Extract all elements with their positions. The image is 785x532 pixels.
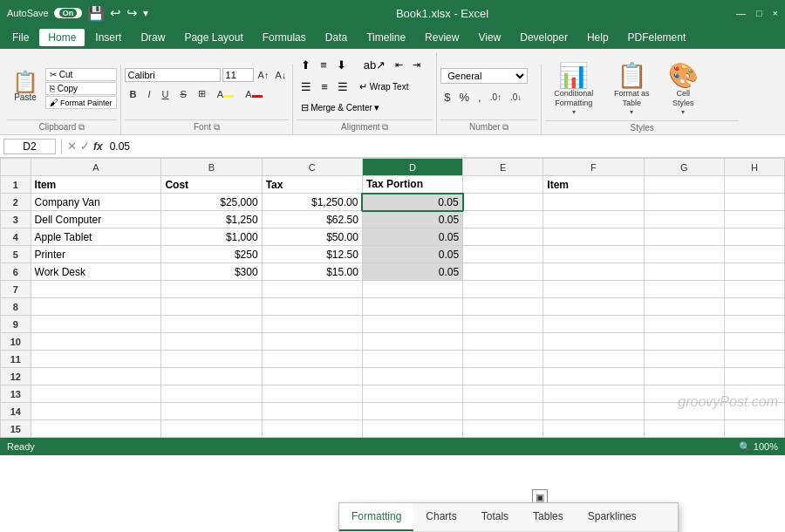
- menu-view[interactable]: View: [469, 29, 509, 46]
- cell-r9c8[interactable]: [724, 316, 784, 333]
- underline-button[interactable]: U: [157, 85, 174, 102]
- cell-r7c2[interactable]: [161, 281, 262, 298]
- col-header-E[interactable]: E: [463, 159, 543, 176]
- cell-r3c6[interactable]: [543, 211, 644, 228]
- cell-r10c4[interactable]: [362, 333, 462, 351]
- cell-r3c4[interactable]: 0.05: [362, 211, 462, 228]
- cell-r11c3[interactable]: [262, 351, 362, 368]
- cell-r13c4[interactable]: [362, 385, 462, 403]
- row-header-4[interactable]: 4: [1, 228, 31, 246]
- cell-r15c3[interactable]: [262, 420, 362, 438]
- popup-tab-formatting[interactable]: Formatting: [339, 503, 413, 531]
- cell-r9c5[interactable]: [463, 316, 543, 333]
- cell-r12c6[interactable]: [543, 368, 644, 385]
- cell-r13c7[interactable]: [644, 385, 724, 403]
- border-button[interactable]: ⊞: [193, 85, 211, 102]
- row-header-12[interactable]: 12: [1, 368, 31, 385]
- menu-formulas[interactable]: Formulas: [254, 29, 315, 46]
- popup-tab-totals[interactable]: Totals: [469, 503, 521, 531]
- cell-r8c5[interactable]: [463, 298, 543, 316]
- number-format-select[interactable]: General Number Currency Percentage: [440, 68, 528, 84]
- row-header-5[interactable]: 5: [1, 246, 31, 263]
- row-header-7[interactable]: 7: [1, 281, 31, 298]
- cell-r14c1[interactable]: [31, 403, 161, 420]
- cell-r10c8[interactable]: [724, 333, 784, 351]
- format-as-table-button[interactable]: 📋 Format asTable ▾: [605, 61, 658, 119]
- cell-r13c5[interactable]: [463, 385, 543, 403]
- cell-r13c1[interactable]: [31, 385, 161, 403]
- cell-r7c5[interactable]: [463, 281, 543, 298]
- cell-r14c4[interactable]: [362, 403, 462, 420]
- cell-r4c4[interactable]: 0.05: [362, 228, 462, 246]
- cell-r4c7[interactable]: [644, 228, 724, 246]
- menu-help[interactable]: Help: [578, 29, 618, 46]
- col-header-H[interactable]: H: [724, 159, 784, 176]
- row-header-11[interactable]: 11: [1, 351, 31, 368]
- cell-r8c1[interactable]: [31, 298, 161, 316]
- cell-r2c3[interactable]: $1,250.00: [262, 194, 362, 211]
- cell-r14c6[interactable]: [543, 403, 644, 420]
- menu-developer[interactable]: Developer: [511, 29, 577, 46]
- cell-r10c2[interactable]: [161, 333, 262, 351]
- cell-r12c8[interactable]: [724, 368, 784, 385]
- cell-r7c3[interactable]: [262, 281, 362, 298]
- cell-r7c7[interactable]: [644, 281, 724, 298]
- cell-r2c2[interactable]: $25,000: [161, 194, 262, 211]
- cell-r1c1[interactable]: Item: [31, 176, 161, 194]
- popup-tab-charts[interactable]: Charts: [413, 503, 468, 531]
- cell-r11c2[interactable]: [161, 351, 262, 368]
- popup-tab-sparklines[interactable]: Sparklines: [576, 503, 649, 531]
- cell-r1c4[interactable]: Tax Portion: [362, 176, 462, 194]
- cell-r8c3[interactable]: [262, 298, 362, 316]
- decrease-indent-button[interactable]: ⇤: [391, 56, 407, 74]
- cell-r9c6[interactable]: [543, 316, 644, 333]
- menu-draw[interactable]: Draw: [132, 29, 174, 46]
- cell-r4c3[interactable]: $50.00: [262, 228, 362, 246]
- col-header-G[interactable]: G: [644, 159, 724, 176]
- maximize-btn[interactable]: □: [756, 8, 762, 18]
- cell-r6c5[interactable]: [463, 263, 543, 281]
- cell-reference-input[interactable]: [3, 139, 56, 154]
- save-icon[interactable]: 💾: [87, 5, 105, 22]
- cell-r8c6[interactable]: [543, 298, 644, 316]
- cell-r5c2[interactable]: $250: [161, 246, 262, 263]
- undo-icon[interactable]: ↩: [110, 5, 121, 21]
- cell-r11c1[interactable]: [31, 351, 161, 368]
- cell-r6c2[interactable]: $300: [161, 263, 262, 281]
- cell-r1c5[interactable]: [463, 176, 543, 194]
- cell-r11c4[interactable]: [362, 351, 462, 368]
- formula-cancel-icon[interactable]: ✕: [67, 140, 77, 153]
- cell-r11c5[interactable]: [463, 351, 543, 368]
- cell-r12c3[interactable]: [262, 368, 362, 385]
- cell-r1c7[interactable]: [644, 176, 724, 194]
- cell-r5c6[interactable]: [543, 246, 644, 263]
- row-header-6[interactable]: 6: [1, 263, 31, 281]
- currency-button[interactable]: $: [440, 89, 454, 106]
- cell-r7c8[interactable]: [724, 281, 784, 298]
- cell-r10c3[interactable]: [262, 333, 362, 351]
- cell-r12c7[interactable]: [644, 368, 724, 385]
- redo-icon[interactable]: ↪: [126, 5, 138, 21]
- menu-data[interactable]: Data: [317, 29, 356, 46]
- row-header-1[interactable]: 1: [1, 176, 31, 194]
- align-left-button[interactable]: ☰: [297, 78, 316, 96]
- comma-button[interactable]: ,: [474, 89, 485, 106]
- cell-r11c7[interactable]: [644, 351, 724, 368]
- align-right-button[interactable]: ☰: [333, 78, 352, 96]
- autosave-toggle[interactable]: On: [54, 8, 83, 18]
- row-header-13[interactable]: 13: [1, 385, 31, 403]
- cell-r15c2[interactable]: [161, 420, 262, 438]
- menu-file[interactable]: File: [3, 29, 38, 46]
- conditional-formatting-button[interactable]: 📊 ConditionalFormatting ▾: [545, 61, 602, 119]
- merge-center-button[interactable]: ⊟ Merge & Center ▾: [297, 99, 384, 116]
- cell-r3c1[interactable]: Dell Computer: [31, 211, 161, 228]
- cell-r14c8[interactable]: [724, 403, 784, 420]
- strikethrough-button[interactable]: S: [175, 85, 192, 102]
- col-header-F[interactable]: F: [543, 159, 644, 176]
- cell-r4c1[interactable]: Apple Tablet: [31, 228, 161, 246]
- cell-r14c7[interactable]: [644, 403, 724, 420]
- cell-r2c1[interactable]: Company Van: [31, 194, 161, 211]
- cell-r3c8[interactable]: [724, 211, 784, 228]
- cell-r8c8[interactable]: [724, 298, 784, 316]
- menu-pdfelement[interactable]: PDFelement: [619, 29, 695, 46]
